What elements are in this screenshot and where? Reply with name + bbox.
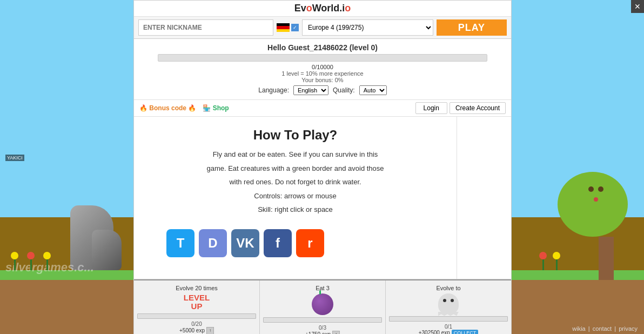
server-select[interactable]: Europe 4 (199/275) <box>302 19 433 36</box>
main-panel: EvoWorld.io ✓ Europe 4 (199/275) PLAY He… <box>133 0 512 334</box>
twitter-icon[interactable]: T <box>166 229 194 257</box>
close-button[interactable]: ✕ <box>631 0 644 13</box>
achievement-eat-exp-icon[interactable]: ↑ <box>332 331 340 335</box>
tree-nose <box>594 197 598 202</box>
wikia-link[interactable]: wikia <box>572 325 585 332</box>
achievement-ghost-exp-text: +302500 exp <box>419 330 450 334</box>
bonus-info: Your bonus: 0% <box>139 77 506 83</box>
title-dot1: o <box>306 3 312 14</box>
achievement-evolve-exp: +5000 exp ↑ <box>137 327 256 335</box>
contact-link[interactable]: contact <box>593 325 612 332</box>
quality-label: Quality: <box>333 86 355 94</box>
achievement-ghost-exp: +302500 exp COLLECT <box>389 330 508 335</box>
achievement-eat-count: 0/3 <box>263 325 382 331</box>
auth-buttons: Login Create Account <box>415 102 506 114</box>
tree-crown <box>558 172 628 237</box>
how-to-play-title: How To Play? <box>150 128 440 143</box>
social-row: T D VK f r <box>150 218 440 268</box>
germany-flag <box>277 23 290 32</box>
language-select[interactable]: English <box>293 85 328 95</box>
flower-3 <box>43 252 51 270</box>
ghost-eye-left <box>443 299 446 302</box>
tree-eye-left <box>588 186 594 192</box>
bonus-shop-row: 🔥 Bonus code 🔥 🏪 Shop Login Create Accou… <box>134 100 511 117</box>
flower-5 <box>553 252 560 270</box>
right-panel <box>457 117 511 279</box>
achievement-evolve-progress-bar <box>137 313 256 319</box>
facebook-icon[interactable]: f <box>264 229 292 257</box>
left-links: 🔥 Bonus code 🔥 🏪 Shop <box>139 104 229 112</box>
how-to-play-section: How To Play? Fly and eat or be eaten. Se… <box>134 117 457 279</box>
play-button[interactable]: PLAY <box>437 19 507 36</box>
achievement-ghost-count: 0/1 <box>389 324 508 330</box>
achievement-ghost-title: Evolve to <box>389 285 508 291</box>
footer-sep1: | <box>588 325 592 332</box>
ghost-eye-right <box>451 299 454 302</box>
how-to-play-skill: Skill: right click or space <box>150 204 440 215</box>
player-yakici-label: YAKICI <box>5 155 24 161</box>
tree-decoration <box>585 172 628 280</box>
collect-button[interactable]: COLLECT <box>452 330 479 335</box>
footer-sep2: | <box>614 325 618 332</box>
xp-text: 0/10000 <box>139 64 506 70</box>
footer-links: wikia | contact | privacy <box>571 325 639 332</box>
achievement-evolve-count: 0/20 <box>137 321 256 327</box>
ghost-icon <box>438 293 459 314</box>
how-to-play-controls: Controls: arrows or mouse <box>150 191 440 202</box>
achievement-eat-progress-bar <box>263 317 382 323</box>
flower-4 <box>539 252 547 270</box>
discord-icon[interactable]: D <box>199 229 227 257</box>
flag-checkmark[interactable]: ✓ <box>291 24 299 31</box>
language-label: Language: <box>258 86 289 94</box>
achievement-level-up-text: LEVELUP <box>137 293 256 311</box>
achievement-ghost-progress-bar <box>389 316 508 322</box>
lang-quality-row: Language: English Quality: Auto <box>139 83 506 97</box>
achievement-evolve: Evolve 20 times LEVELUP 0/20 +5000 exp ↑ <box>134 280 260 335</box>
controls-row: ✓ Europe 4 (199/275) PLAY <box>134 17 511 39</box>
xp-bar-container <box>158 54 487 62</box>
achievement-eat-title: Eat 3 <box>263 285 382 291</box>
achievement-evolve-title: Evolve 20 times <box>137 285 256 291</box>
flower-2 <box>27 252 35 270</box>
tree-trunk <box>599 237 614 280</box>
how-to-play-body1: Fly and eat or be eaten. See if you can … <box>150 149 440 160</box>
tree-face <box>587 185 605 202</box>
achievement-eat: Eat 3 0/3 +1750 exp ↑ <box>260 280 386 335</box>
title-dot2: o <box>345 3 351 14</box>
info-section: Hello Guest_21486022 (level 0) 0/10000 1… <box>134 39 511 100</box>
achievement-evolve-exp-text: +5000 exp <box>179 328 205 333</box>
reddit-icon[interactable]: r <box>296 229 324 257</box>
privacy-link[interactable]: privacy <box>619 325 638 332</box>
achievement-eat-exp: +1750 exp ↑ <box>263 331 382 335</box>
flag-stripe-yellow <box>277 29 290 32</box>
title-bar: EvoWorld.io <box>134 1 511 17</box>
achievement-ghost: Evolve to 0/1 +302500 exp COLLECT <box>386 280 511 335</box>
achievement-evolve-exp-icon[interactable]: ↑ <box>206 327 214 335</box>
content-area: How To Play? Fly and eat or be eaten. Se… <box>134 117 511 279</box>
level-info: 1 level = 10% more experience <box>139 70 506 77</box>
achievements-row: Evolve 20 times LEVELUP 0/20 +5000 exp ↑… <box>134 279 511 335</box>
flower-1 <box>11 252 18 270</box>
vk-icon[interactable]: VK <box>231 229 259 257</box>
shop-link[interactable]: 🏪 Shop <box>203 104 229 112</box>
create-account-button[interactable]: Create Account <box>450 102 506 114</box>
how-to-play-body3: with red ones. Do not forget to drink wa… <box>150 177 440 188</box>
guest-name: Hello Guest_21486022 (level 0) <box>139 43 506 52</box>
achievement-eat-exp-text: +1750 exp <box>305 331 331 334</box>
how-to-play-body2: game. Eat creatures with a green border … <box>150 163 440 174</box>
game-title: EvoWorld.io <box>294 3 351 14</box>
login-button[interactable]: Login <box>415 102 447 114</box>
rock-medium <box>92 230 122 270</box>
quality-select[interactable]: Auto <box>359 85 387 95</box>
nickname-input[interactable] <box>138 19 273 36</box>
tree-eye-right <box>598 186 603 192</box>
berry-icon <box>312 293 333 315</box>
bonus-code-link[interactable]: 🔥 Bonus code 🔥 <box>139 104 196 112</box>
flag-container: ✓ <box>277 23 299 32</box>
